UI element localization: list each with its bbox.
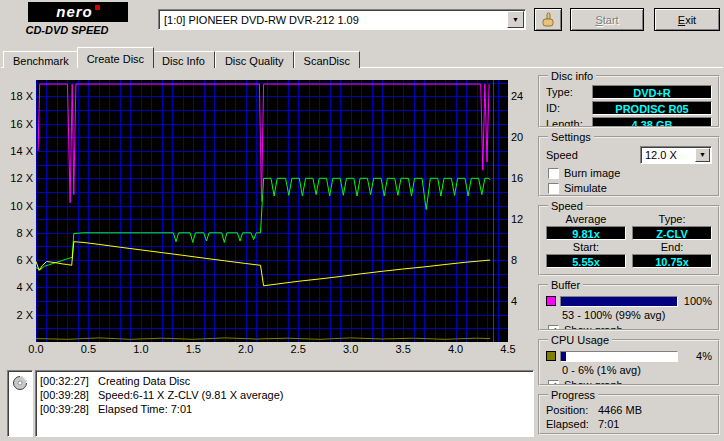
log-line: [00:32:27]Creating Data Disc — [40, 374, 529, 388]
buffer-show-graph-checkbox[interactable]: ✔ — [548, 325, 559, 332]
position-label: Position: — [546, 404, 598, 416]
chart-plot-area — [36, 80, 508, 342]
disc-id-value: PRODISC R05 — [592, 101, 712, 115]
disc-type-value: DVD+R — [592, 85, 712, 99]
log-timestamp: [00:39:28] — [40, 402, 98, 416]
disc-id-label: ID: — [546, 102, 592, 114]
speed-type-value: Z-CLV — [632, 226, 712, 240]
speed-select[interactable]: 12.0 X ▼ — [640, 146, 712, 164]
y-right-tick-label: 4 — [511, 295, 517, 307]
y-left-tick-label: 6 X — [6, 254, 33, 266]
y-right-tick-label: 24 — [511, 90, 523, 102]
x-tick-label: 0.0 — [24, 343, 48, 355]
speed-select-arrow-icon[interactable]: ▼ — [695, 148, 710, 162]
buffer-show-graph-option[interactable]: ✔Show graph — [548, 324, 712, 331]
speed-setting-label: Speed — [546, 149, 578, 161]
cpu-range: 0 - 6% (1% avg) — [562, 364, 712, 376]
nero-logo: nero — [28, 2, 128, 22]
log-area: [00:32:27]Creating Data Disc[00:39:28]Sp… — [7, 370, 534, 437]
speed-start-label: Start: — [546, 241, 626, 253]
burn-image-option[interactable]: Burn image — [548, 167, 712, 179]
chart-x-axis: 0.00.51.01.52.02.53.03.54.04.5 — [36, 343, 516, 357]
x-tick-label: 2.0 — [234, 343, 258, 355]
tab-disc-info[interactable]: Disc Info — [152, 51, 215, 68]
speed-end-label: End: — [632, 241, 712, 253]
speed-chart: 2 X4 X6 X8 X10 X12 X14 X16 X18 X 4812162… — [6, 80, 534, 358]
x-tick-label: 3.5 — [391, 343, 415, 355]
cpu-color-swatch — [546, 351, 556, 361]
chart-y-axis-left: 2 X4 X6 X8 X10 X12 X14 X16 X18 X — [6, 80, 35, 342]
disc-info-title: Disc info — [548, 70, 596, 82]
log-line: [00:39:28]Elapsed Time: 7:01 — [40, 402, 529, 416]
cpu-show-graph-option[interactable]: ✔Show graph — [548, 379, 712, 386]
settings-title: Settings — [548, 131, 594, 143]
elapsed-label: Elapsed: — [546, 418, 598, 430]
log-message: Speed:6-11 X Z-CLV (9.81 X average) — [98, 388, 283, 402]
burn-image-label: Burn image — [564, 167, 620, 179]
y-left-tick-label: 8 X — [6, 227, 33, 239]
x-tick-label: 3.0 — [339, 343, 363, 355]
nero-logo-red-dot-icon — [95, 5, 100, 10]
tab-benchmark[interactable]: Benchmark — [3, 51, 79, 68]
x-tick-label: 4.5 — [496, 343, 520, 355]
speed-group: Speed Average Type: 9.81x Z-CLV Start: E… — [538, 200, 720, 276]
cpu-usage-title: CPU Usage — [548, 334, 612, 346]
y-left-tick-label: 14 X — [6, 145, 33, 157]
drive-select[interactable]: [1:0] PIONEER DVD-RW DVR-212 1.09 ▼ — [158, 9, 526, 30]
disc-length-value: 4.38 GB — [592, 117, 712, 128]
buffer-value: 100% — [682, 295, 712, 307]
disc-info-group: Disc info Type:DVD+R ID:PRODISC R05 Leng… — [538, 70, 720, 128]
elapsed-value: 7:01 — [598, 418, 619, 430]
simulate-option[interactable]: Simulate — [548, 182, 712, 194]
exit-button[interactable]: Exit — [654, 8, 720, 31]
log-timestamp: [00:39:28] — [40, 388, 98, 402]
x-tick-label: 4.0 — [444, 343, 468, 355]
buffer-title: Buffer — [548, 279, 583, 291]
hand-icon — [540, 12, 556, 28]
simulate-checkbox[interactable] — [548, 183, 559, 194]
buffer-show-graph-label: Show graph — [564, 324, 623, 331]
side-panel: Disc info Type:DVD+R ID:PRODISC R05 Leng… — [538, 70, 720, 438]
y-left-tick-label: 16 X — [6, 118, 33, 130]
tab-create-disc[interactable]: Create Disc — [77, 47, 154, 68]
buffer-color-swatch — [546, 296, 556, 306]
speed-end-value: 10.75x — [632, 254, 712, 268]
log-icon-box — [7, 370, 33, 437]
cpu-show-graph-checkbox[interactable]: ✔ — [548, 380, 559, 387]
disc-length-label: Length: — [546, 118, 592, 128]
y-left-tick-label: 12 X — [6, 172, 33, 184]
cpu-bar — [560, 351, 678, 362]
tab-scandisc[interactable]: ScanDisc — [294, 51, 360, 68]
y-left-tick-label: 4 X — [6, 281, 33, 293]
buffer-range: 53 - 100% (99% avg) — [562, 309, 712, 321]
start-button[interactable]: Start — [570, 8, 644, 31]
tab-disc-quality[interactable]: Disc Quality — [215, 51, 294, 68]
chart-canvas — [36, 80, 508, 342]
exit-button-label: Exit — [655, 10, 719, 30]
log-message: Creating Data Disc — [98, 374, 190, 388]
speed-type-label: Type: — [632, 213, 712, 225]
log-text-box[interactable]: [00:32:27]Creating Data Disc[00:39:28]Sp… — [35, 370, 534, 437]
nero-logo-text: nero — [56, 3, 93, 20]
progress-title: Progress — [548, 389, 598, 401]
tab-strip: BenchmarkCreate DiscDisc InfoDisc Qualit… — [3, 47, 360, 68]
y-left-tick-label: 18 X — [6, 90, 33, 102]
log-message: Elapsed Time: 7:01 — [98, 402, 192, 416]
hand-tool-button[interactable] — [534, 8, 562, 31]
y-right-tick-label: 16 — [511, 172, 523, 184]
buffer-group: Buffer 100% 53 - 100% (99% avg) ✔Show gr… — [538, 279, 720, 331]
position-value: 4466 MB — [598, 404, 642, 416]
y-left-tick-label: 2 X — [6, 309, 33, 321]
chart-y-axis-right: 4812162024 — [507, 80, 534, 342]
disc-type-label: Type: — [546, 86, 592, 98]
drive-select-arrow-icon[interactable]: ▼ — [507, 11, 524, 28]
y-right-tick-label: 8 — [511, 254, 517, 266]
y-left-tick-label: 10 X — [6, 200, 33, 212]
cpu-usage-group: CPU Usage 4% 0 - 6% (1% avg) ✔Show graph — [538, 334, 720, 386]
y-right-tick-label: 20 — [511, 131, 523, 143]
log-line: [00:39:28]Speed:6-11 X Z-CLV (9.81 X ave… — [40, 388, 529, 402]
burn-image-checkbox[interactable] — [548, 168, 559, 179]
progress-group: Progress Position:4466 MB Elapsed:7:01 — [538, 389, 720, 435]
app-logo-subtitle: CD-DVD SPEED — [2, 24, 132, 36]
speed-average-label: Average — [546, 213, 626, 225]
